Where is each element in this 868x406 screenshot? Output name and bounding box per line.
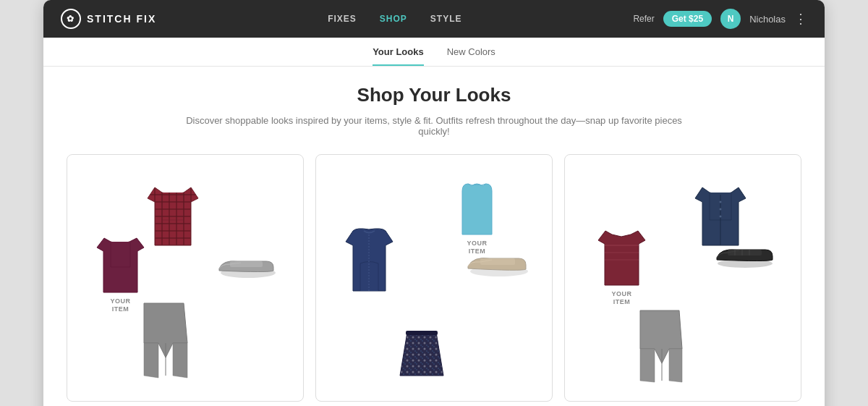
username: Nicholas	[749, 14, 786, 25]
blue-tank-your-item: YOURITEM	[454, 180, 501, 255]
outfit-card-2[interactable]: YOURITEM	[315, 154, 553, 402]
svg-rect-12	[406, 331, 438, 335]
tab-new-colors[interactable]: New Colors	[447, 46, 495, 66]
svg-rect-7	[480, 258, 515, 265]
svg-point-16	[720, 216, 722, 218]
main-content: Shop Your Looks Discover shoppable looks…	[43, 67, 825, 406]
outfit-layout-1: YOURITEM	[79, 169, 292, 386]
maroon-sweater-your-item: YOURITEM	[595, 227, 649, 306]
navbar: ✿ STITCH FIX FIXES SHOP STYLE Refer Get …	[43, 0, 825, 38]
logo-text: STITCH FIX	[87, 13, 156, 25]
logo-icon: ✿	[61, 9, 81, 29]
more-options-button[interactable]: ⋮	[794, 11, 807, 27]
nav-shop[interactable]: SHOP	[380, 11, 407, 27]
gray-pants-2	[634, 307, 685, 383]
page-title: Shop Your Looks	[67, 84, 801, 106]
your-item-label-1: YOURITEM	[110, 297, 130, 313]
nav-links: FIXES SHOP STYLE	[328, 11, 461, 27]
nav-fixes[interactable]: FIXES	[328, 11, 357, 27]
logo[interactable]: ✿ STITCH FIX	[61, 9, 156, 29]
gray-shoes	[216, 253, 277, 278]
avatar: N	[720, 9, 741, 29]
svg-point-14	[720, 201, 722, 203]
tab-your-looks[interactable]: Your Looks	[373, 46, 424, 66]
svg-rect-18	[728, 250, 762, 255]
outfit-card-1[interactable]: YOURITEM	[67, 154, 304, 402]
navy-shirt	[692, 184, 749, 249]
get25-button[interactable]: Get $25	[663, 11, 712, 27]
gray-pants	[137, 300, 191, 379]
page-description: Discover shoppable looks inspired by you…	[181, 115, 687, 137]
plaid-shirt	[144, 184, 202, 249]
navbar-right: Refer Get $25 N Nicholas ⋮	[633, 9, 807, 29]
outfit-card-3[interactable]: YOURITEM	[564, 154, 801, 402]
tab-bar: Your Looks New Colors	[43, 38, 825, 67]
outfit-layout-3: YOURITEM	[576, 169, 789, 386]
nav-style[interactable]: STYLE	[430, 11, 462, 27]
navy-hoodie	[342, 227, 396, 296]
floral-skirt	[393, 329, 451, 379]
outfit-cards-row: YOURITEM	[67, 154, 801, 402]
svg-point-15	[720, 208, 722, 211]
svg-rect-4	[230, 261, 263, 267]
your-item-label-3: YOURITEM	[611, 290, 631, 306]
dark-shoes	[713, 242, 775, 268]
refer-text: Refer	[633, 14, 654, 24]
tan-shoes	[464, 249, 529, 276]
browser-window: ✿ STITCH FIX FIXES SHOP STYLE Refer Get …	[43, 0, 825, 406]
outfit-layout-2: YOURITEM	[328, 169, 540, 386]
